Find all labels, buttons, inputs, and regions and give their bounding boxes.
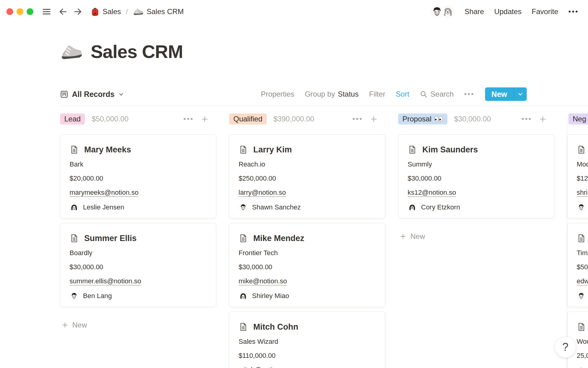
column-add-icon[interactable]	[370, 115, 378, 123]
card-email-link[interactable]: mitch@notion.so	[239, 366, 289, 368]
card-mary-meeks[interactable]: Mary Meeks Bark $20,000.00 marymeeks@not…	[60, 134, 216, 218]
status-badge[interactable]: Proposal	[398, 113, 447, 125]
close-window-button[interactable]	[6, 8, 13, 15]
card-summer-ellis[interactable]: Summer Ellis Boardly $30,000.00 summer.e…	[60, 223, 216, 307]
properties-button[interactable]: Properties	[261, 90, 294, 98]
status-badge[interactable]: Lead	[60, 113, 85, 125]
avatar-female-icon	[239, 291, 248, 301]
view-more-icon[interactable]: •••	[464, 90, 474, 98]
new-record-button[interactable]: New	[485, 87, 527, 101]
card-kim-saunders[interactable]: Kim Saunders Summly $30,000.00 ks12@noti…	[398, 134, 554, 218]
card-amount: $30,000.00	[70, 263, 207, 271]
status-badge[interactable]: Neg	[568, 113, 588, 125]
sidebar-menu-icon[interactable]	[42, 7, 51, 16]
card-email-link[interactable]: stap	[577, 366, 588, 368]
more-options-icon[interactable]: •••	[568, 7, 579, 16]
card-amount: $110,000.00	[239, 352, 376, 360]
card-owner: Cory Etzkorn	[421, 203, 460, 211]
column-more-icon[interactable]: •••	[352, 115, 363, 123]
avatar-male-icon	[577, 203, 586, 212]
favorite-button[interactable]: Favorite	[532, 7, 558, 16]
eyes-emoji	[434, 116, 443, 122]
card-company: Tims	[577, 249, 588, 257]
sneaker-page-icon[interactable]	[60, 43, 82, 61]
card-name: Larry Kim	[253, 145, 292, 155]
search-button[interactable]: Search	[420, 90, 454, 98]
new-button-dropdown[interactable]	[514, 87, 527, 101]
card-email-link[interactable]: shria	[577, 189, 588, 196]
backpack-icon	[91, 7, 99, 16]
view-switcher[interactable]: All Records	[60, 90, 124, 99]
sort-button[interactable]: Sort	[396, 90, 409, 98]
card-amount: $250,000.00	[239, 174, 376, 182]
board-column-proposal: Proposal $30,000.00 ••• Kim Saunders Sum…	[398, 113, 554, 368]
page-icon	[70, 234, 79, 243]
column-header: Qualified $390,000.00 •••	[229, 113, 385, 125]
card-email-link[interactable]: edwi	[577, 277, 588, 285]
window-titlebar: Sales / Sales CRM Share Updates Favorite…	[0, 0, 588, 23]
kanban-board: Lead $50,000.00 ••• Mary Meeks Bark $20,…	[60, 113, 588, 368]
forward-arrow-icon[interactable]	[73, 7, 82, 16]
card-amount: 25,0	[577, 352, 588, 360]
collaborator-avatars[interactable]	[430, 5, 454, 18]
chevron-down-icon	[118, 91, 124, 97]
notion-window: Sales / Sales CRM Share Updates Favorite…	[0, 0, 588, 368]
plus-icon	[61, 321, 69, 329]
help-button[interactable]: ?	[555, 337, 576, 358]
card-email-link[interactable]: mike@notion.so	[239, 277, 287, 285]
card-mike-mendez[interactable]: Mike Mendez Frontier Tech $30,000.00 mik…	[229, 223, 385, 307]
status-badge[interactable]: Qualified	[229, 113, 267, 125]
search-icon	[420, 90, 428, 98]
minimize-window-button[interactable]	[17, 8, 23, 15]
card-owner: Ben Lang	[83, 292, 112, 300]
add-card-label: New	[410, 232, 425, 241]
breadcrumb-root[interactable]: Sales	[103, 7, 121, 16]
share-button[interactable]: Share	[465, 7, 484, 16]
breadcrumb-current[interactable]: Sales CRM	[147, 7, 184, 16]
avatar-glasses-icon	[408, 203, 417, 212]
card-name: Kim Saunders	[422, 145, 478, 155]
add-card-button[interactable]: New	[398, 231, 554, 242]
card-clipped-2[interactable]: E Tims $50, edwi H	[567, 223, 588, 307]
card-company: Summly	[408, 160, 545, 168]
toolbar-divider	[60, 105, 588, 106]
filter-button[interactable]: Filter	[369, 90, 385, 98]
status-badge-label: Proposal	[402, 115, 432, 123]
card-name: Summer Ellis	[84, 234, 137, 243]
card-owner: Shawn Sanchez	[252, 203, 301, 211]
column-more-icon[interactable]: •••	[522, 115, 532, 123]
card-email-link[interactable]: summer.ellis@notion.so	[70, 277, 141, 285]
card-email-link[interactable]: larry@notion.so	[239, 189, 286, 196]
card-larry-kim[interactable]: Larry Kim Reach.io $250,000.00 larry@not…	[229, 134, 385, 218]
column-header: Proposal $30,000.00 •••	[398, 113, 554, 125]
zoom-window-button[interactable]	[27, 8, 33, 15]
updates-button[interactable]: Updates	[494, 7, 522, 16]
avatar-male-icon	[70, 291, 79, 301]
card-company: Bark	[70, 160, 207, 168]
column-more-icon[interactable]: •••	[183, 115, 194, 123]
board-column-lead: Lead $50,000.00 ••• Mary Meeks Bark $20,…	[60, 113, 216, 368]
card-mitch-cohn[interactable]: Mitch Cohn Sales Wizard $110,000.00 mitc…	[229, 312, 385, 368]
avatar-male-icon	[577, 291, 586, 301]
add-card-button[interactable]: New	[60, 320, 216, 331]
card-email-link[interactable]: marymeeks@notion.so	[70, 189, 138, 196]
card-company: Mod	[577, 160, 588, 168]
card-amount: $20,000.00	[70, 174, 207, 182]
page-title[interactable]: Sales CRM	[91, 41, 183, 62]
add-card-label: New	[72, 321, 87, 329]
avatar-female-icon	[70, 203, 79, 212]
card-email-link[interactable]: ks12@notion.so	[408, 189, 456, 196]
avatar-male-icon	[430, 5, 444, 18]
column-header: Neg	[567, 113, 588, 125]
column-total: $390,000.00	[273, 115, 314, 123]
column-add-icon[interactable]	[201, 115, 209, 123]
page-icon	[239, 234, 248, 243]
new-button-label[interactable]: New	[485, 87, 514, 101]
card-clipped-1[interactable]: S Mod $125 shria E	[567, 134, 588, 218]
card-name: Mike Mendez	[253, 234, 304, 243]
group-by-button[interactable]: Group by Status	[305, 90, 359, 98]
back-arrow-icon[interactable]	[58, 7, 68, 16]
card-company: Boardly	[70, 249, 207, 257]
avatar-male-icon	[239, 203, 248, 212]
column-add-icon[interactable]	[539, 115, 547, 123]
